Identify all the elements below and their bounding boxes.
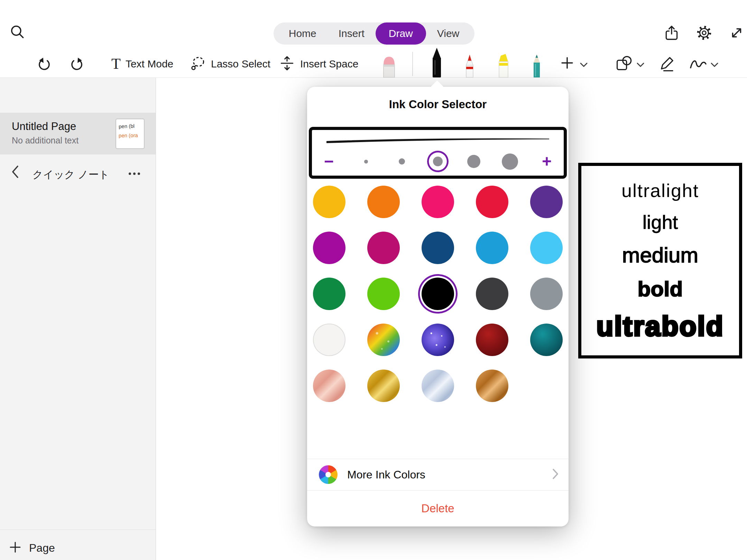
- black-pen-tool-selected[interactable]: [426, 48, 447, 77]
- ink-color-selector-popover: Ink Color Selector − + More Ink Colors D…: [307, 87, 569, 526]
- ink-color-pink[interactable]: [422, 186, 454, 218]
- ink-color-rose-gold[interactable]: [313, 370, 345, 402]
- ink-color-dark-red-ink[interactable]: [476, 324, 508, 356]
- ink-color-dark-blue[interactable]: [422, 232, 454, 264]
- text-mode-icon: T: [111, 56, 121, 72]
- ink-color-dark-gray[interactable]: [476, 278, 508, 310]
- shapes-button[interactable]: [614, 55, 633, 73]
- lasso-select-button[interactable]: Lasso Select: [190, 54, 270, 74]
- delete-pen-button[interactable]: Delete: [307, 491, 569, 526]
- search-icon: [9, 24, 25, 41]
- insert-space-icon: [279, 55, 295, 73]
- ink-color-gray[interactable]: [530, 278, 563, 310]
- insert-space-button[interactable]: Insert Space: [279, 54, 358, 74]
- red-pen-tool[interactable]: [459, 55, 480, 77]
- scribble-icon: [689, 56, 708, 73]
- sidebar-bottom-divider: [0, 530, 156, 530]
- insert-space-label: Insert Space: [300, 58, 358, 70]
- ink-sample-ultrabold: ultrabold: [596, 312, 724, 340]
- add-page-button[interactable]: Page: [9, 538, 55, 558]
- ink-color-gold[interactable]: [367, 370, 400, 402]
- lasso-icon: [190, 55, 206, 73]
- add-pen-chevron[interactable]: [580, 62, 588, 69]
- page-title: Untitled Page: [12, 120, 76, 133]
- stroke-size-4[interactable]: [467, 155, 480, 168]
- thumbnail-ink-line: pen (ora: [119, 130, 141, 140]
- notebook-more-button[interactable]: [124, 168, 145, 179]
- toolbar-divider: [412, 52, 413, 76]
- share-button[interactable]: [663, 25, 681, 43]
- ink-color-rainbow-glitter[interactable]: [367, 324, 400, 356]
- ink-color-galaxy-glitter[interactable]: [422, 324, 454, 356]
- ink-color-blue[interactable]: [476, 232, 508, 264]
- onenote-draw-screen: Home Insert Draw View: [0, 0, 747, 560]
- ink-color-green[interactable]: [313, 278, 345, 310]
- page-list-sidebar: クイック ノート Untitled Page No additional tex…: [0, 78, 156, 560]
- fullscreen-button[interactable]: [728, 25, 746, 43]
- ink-color-black[interactable]: [422, 278, 454, 310]
- ink-color-marigold[interactable]: [313, 186, 345, 218]
- page-list-item-selected[interactable]: Untitled Page No additional text pen (bl…: [0, 113, 156, 155]
- scribble-chevron[interactable]: [710, 62, 719, 69]
- ink-color-white[interactable]: [313, 324, 345, 356]
- ink-color-magenta[interactable]: [313, 232, 345, 264]
- stroke-size-controls: − +: [317, 150, 559, 173]
- chevron-right-icon: [552, 468, 559, 481]
- ink-color-dark-pink[interactable]: [367, 232, 400, 264]
- text-mode-button[interactable]: T Text Mode: [111, 54, 173, 74]
- tab-insert[interactable]: Insert: [328, 22, 376, 45]
- ink-color-light-blue[interactable]: [530, 232, 563, 264]
- notebook-title: クイック ノート: [24, 168, 118, 182]
- chevron-left-icon: [11, 165, 19, 180]
- ink-scribble-button[interactable]: [688, 57, 708, 73]
- undo-button[interactable]: [36, 56, 53, 72]
- ink-color-bronze[interactable]: [476, 370, 508, 402]
- search-button[interactable]: [9, 24, 26, 41]
- ink-color-silver[interactable]: [422, 370, 454, 402]
- redo-icon: [68, 55, 84, 73]
- page-thumbnail: pen (bl pen (ora: [116, 119, 145, 149]
- expand-icon: [728, 24, 745, 43]
- color-wheel-icon: [319, 465, 338, 484]
- add-pen-button[interactable]: [557, 54, 577, 73]
- more-ink-colors-button[interactable]: More Ink Colors: [307, 459, 569, 490]
- tab-draw[interactable]: Draw: [376, 22, 426, 45]
- add-page-label: Page: [29, 542, 55, 554]
- plus-icon: [9, 541, 21, 555]
- chevron-down-icon: [636, 63, 645, 69]
- ribbon-tab-bar: Home Insert Draw View: [274, 22, 474, 45]
- shapes-chevron[interactable]: [636, 62, 645, 69]
- ink-color-red[interactable]: [476, 186, 508, 218]
- settings-button[interactable]: [695, 25, 713, 43]
- ink-color-grid: [313, 186, 563, 402]
- pen-weight-samples: ultralightlightmediumboldultrabold: [578, 163, 742, 358]
- stroke-size-3[interactable]: [433, 157, 443, 166]
- tab-home[interactable]: Home: [278, 22, 328, 45]
- stroke-preview: [324, 134, 552, 148]
- thumbnail-ink-line: pen (bl: [119, 121, 142, 131]
- increase-size-button[interactable]: +: [535, 151, 559, 172]
- ink-color-teal-ink[interactable]: [530, 324, 563, 356]
- ink-sample-light: light: [643, 213, 678, 232]
- yellow-highlighter-tool[interactable]: [494, 54, 515, 77]
- decrease-size-button[interactable]: −: [317, 151, 341, 172]
- stroke-size-5[interactable]: [502, 153, 518, 170]
- redo-button[interactable]: [68, 56, 85, 72]
- chevron-down-icon: [710, 63, 719, 69]
- back-button[interactable]: [9, 165, 21, 180]
- stroke-thickness-panel: − +: [309, 127, 567, 179]
- ink-color-lime-green[interactable]: [367, 278, 400, 310]
- stroke-size-1[interactable]: [364, 160, 368, 164]
- ink-color-orange[interactable]: [367, 186, 400, 218]
- gear-icon: [695, 24, 713, 43]
- tab-view[interactable]: View: [426, 22, 470, 45]
- stroke-size-2[interactable]: [399, 158, 405, 165]
- ink-sample-ultralight: ultralight: [621, 181, 699, 200]
- ink-color-purple[interactable]: [530, 186, 563, 218]
- pen-annotate-button[interactable]: [658, 55, 676, 73]
- share-icon: [663, 24, 680, 43]
- eraser-tool[interactable]: [379, 53, 399, 77]
- undo-icon: [37, 55, 53, 73]
- stroke-size-dots: [341, 150, 535, 173]
- teal-pencil-tool[interactable]: [526, 55, 547, 77]
